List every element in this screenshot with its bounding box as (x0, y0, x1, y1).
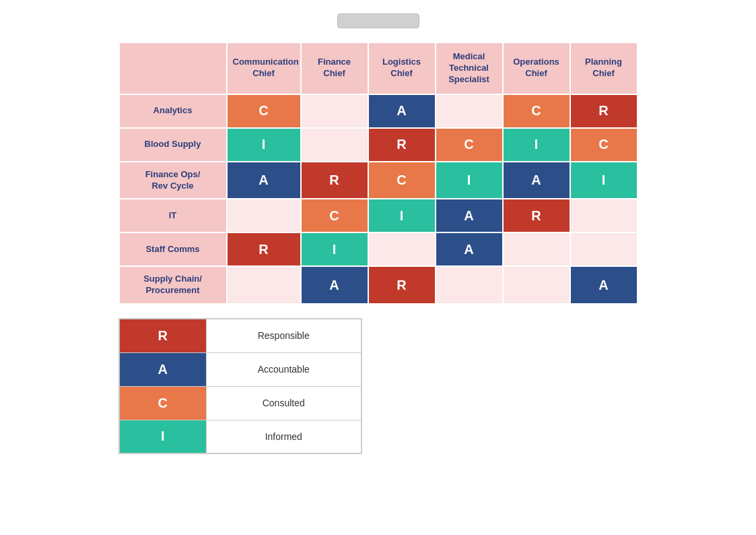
raci-cell: A (436, 232, 503, 266)
table-row: ITCIAR (119, 199, 638, 232)
col-header-medical: MedicalTechnicalSpecialist (436, 42, 503, 94)
raci-cell: A (436, 199, 503, 232)
raci-cell (301, 128, 368, 162)
raci-cell: C (368, 162, 436, 199)
raci-cell: C (227, 94, 301, 128)
col-header-planning: PlanningChief (570, 42, 638, 94)
table-row: AnalyticsCACR (119, 94, 638, 128)
raci-cell (227, 199, 301, 232)
legend-row: CConsulted (119, 386, 362, 420)
legend-row: AAccountable (119, 352, 362, 386)
raci-cell: I (570, 162, 638, 199)
task-label: Finance Ops/Rev Cycle (119, 162, 227, 199)
raci-cell: I (368, 199, 436, 232)
raci-matrix: CommunicationChief FinanceChief Logistic… (118, 42, 638, 305)
legend-code: A (119, 352, 207, 386)
legend-code: I (119, 420, 207, 453)
legend-row: IInformed (119, 420, 362, 453)
raci-cell: C (570, 128, 638, 162)
raci-cell: I (301, 232, 368, 266)
raci-cell: A (227, 162, 301, 199)
raci-cell: A (503, 162, 570, 199)
raci-cell: A (301, 266, 368, 304)
raci-cell: R (368, 128, 436, 162)
raci-cell (503, 266, 570, 304)
task-label: Staff Comms (119, 232, 227, 266)
raci-cell: R (570, 94, 638, 128)
raci-cell (301, 94, 368, 128)
raci-cell: A (368, 94, 436, 128)
raci-cell: A (570, 266, 638, 304)
raci-cell: I (227, 128, 301, 162)
matrix-wrapper: CommunicationChief FinanceChief Logistic… (118, 42, 638, 454)
raci-cell: R (227, 232, 301, 266)
raci-cell: R (503, 199, 570, 232)
page-title (337, 13, 419, 28)
table-row: Staff CommsRIA (119, 232, 638, 266)
col-header-finance: FinanceChief (301, 42, 368, 94)
legend-table: RResponsibleAAccountableCConsultedIInfor… (118, 318, 362, 454)
col-header-operations: OperationsChief (503, 42, 570, 94)
col-header-communication: CommunicationChief (227, 42, 301, 94)
table-row: Blood SupplyIRCIC (119, 128, 638, 162)
raci-cell (503, 232, 570, 266)
raci-cell: I (503, 128, 570, 162)
raci-cell (436, 266, 503, 304)
legend-code: R (119, 319, 207, 352)
table-row: Supply Chain/ProcurementARA (119, 266, 638, 304)
raci-cell: R (368, 266, 436, 304)
table-row: Finance Ops/Rev CycleARCIAI (119, 162, 638, 199)
raci-cell: C (436, 128, 503, 162)
raci-cell: R (301, 162, 368, 199)
raci-cell: C (503, 94, 570, 128)
raci-cell (570, 199, 638, 232)
raci-cell (227, 266, 301, 304)
legend-description: Consulted (207, 386, 362, 420)
task-label: Blood Supply (119, 128, 227, 162)
task-label: Analytics (119, 94, 227, 128)
legend-description: Informed (207, 420, 362, 453)
raci-cell: I (436, 162, 503, 199)
raci-cell (570, 232, 638, 266)
task-label: IT (119, 199, 227, 232)
legend-description: Accountable (207, 352, 362, 386)
task-label: Supply Chain/Procurement (119, 266, 227, 304)
task-role-header (119, 42, 227, 94)
raci-cell (436, 94, 503, 128)
main-container: CommunicationChief FinanceChief Logistic… (0, 0, 756, 535)
col-header-logistics: LogisticsChief (368, 42, 436, 94)
raci-cell: C (301, 199, 368, 232)
legend-row: RResponsible (119, 319, 362, 352)
raci-cell (368, 232, 436, 266)
legend-code: C (119, 386, 207, 420)
legend-description: Responsible (207, 319, 362, 352)
